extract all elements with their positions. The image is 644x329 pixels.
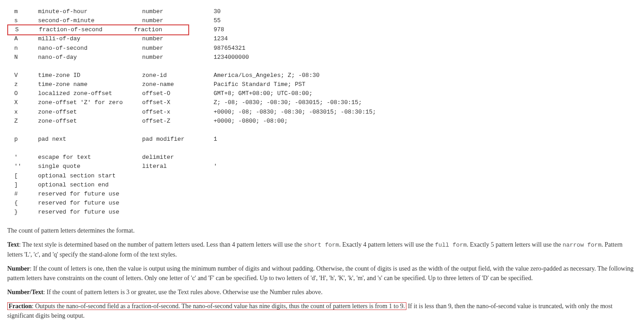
col-example: 1 bbox=[214, 135, 217, 144]
col-example: 55 bbox=[214, 16, 221, 25]
col-meaning: single quote bbox=[38, 162, 142, 171]
table-row: Xzone-offset 'Z' for zerooffset-XZ; -08;… bbox=[7, 98, 637, 107]
table-row: mminute-of-hournumber30 bbox=[7, 7, 637, 16]
col-type: fraction bbox=[134, 25, 162, 34]
col-symbol: s bbox=[7, 16, 38, 25]
table-row: [optional section start bbox=[7, 172, 637, 181]
table-row: Nnano-of-daynumber1234000000 bbox=[7, 53, 637, 62]
text-rule-paragraph: Text: The text style is determined based… bbox=[7, 240, 637, 259]
col-symbol: Z bbox=[7, 117, 38, 126]
col-type: delimiter bbox=[142, 153, 214, 162]
col-example: +0000; -0800; -08:00; bbox=[214, 117, 288, 126]
col-type: number bbox=[142, 44, 214, 53]
number-rule-paragraph: Number: If the count of letters is one, … bbox=[7, 264, 637, 283]
col-example: 987654321 bbox=[214, 44, 245, 53]
col-type: offset-X bbox=[142, 98, 214, 107]
col-type: offset-O bbox=[142, 89, 214, 98]
col-meaning: pad next bbox=[38, 135, 142, 144]
col-meaning: escape for text bbox=[38, 153, 142, 162]
col-meaning: second-of-minute bbox=[38, 16, 142, 25]
col-meaning: reserved for future use bbox=[38, 208, 142, 217]
col-symbol: V bbox=[7, 71, 38, 80]
col-meaning: zone-offset bbox=[38, 117, 142, 126]
col-example: 1234 bbox=[214, 34, 228, 43]
col-symbol: m bbox=[7, 7, 38, 16]
intro-paragraph: The count of pattern letters determines … bbox=[7, 226, 637, 235]
table-row: {reserved for future use bbox=[7, 199, 637, 208]
col-type: zone-name bbox=[142, 80, 214, 89]
col-symbol: z bbox=[7, 80, 38, 89]
col-example: America/Los_Angeles; Z; -08:30 bbox=[214, 71, 320, 80]
table-row: Amilli-of-daynumber1234 bbox=[7, 34, 637, 43]
col-symbol: A bbox=[7, 34, 38, 43]
col-type: literal bbox=[142, 162, 214, 171]
col-type: pad modifier bbox=[142, 135, 214, 144]
col-meaning: fraction-of-second bbox=[39, 25, 134, 34]
table-row bbox=[7, 126, 637, 135]
col-symbol: [ bbox=[7, 172, 38, 181]
col-meaning: reserved for future use bbox=[38, 190, 142, 199]
col-example: ' bbox=[214, 162, 217, 171]
col-meaning: nano-of-second bbox=[38, 44, 142, 53]
table-row: ztime-zone namezone-namePacific Standard… bbox=[7, 80, 637, 89]
col-example: +0000; -08; -0830; -08:30; -083015; -08:… bbox=[214, 108, 376, 117]
number-label: Number bbox=[7, 265, 30, 272]
col-symbol: ] bbox=[7, 181, 38, 190]
col-symbol: } bbox=[7, 208, 38, 217]
table-row: ''single quoteliteral' bbox=[7, 162, 637, 171]
table-row: }reserved for future use bbox=[7, 208, 637, 217]
col-meaning: zone-offset bbox=[38, 108, 142, 117]
col-meaning: minute-of-hour bbox=[38, 7, 142, 16]
table-row: nnano-of-secondnumber987654321 bbox=[7, 44, 637, 53]
highlighted-row: Sfraction-of-secondfraction bbox=[7, 24, 189, 35]
numtext-label: Number/Text bbox=[7, 289, 43, 296]
table-row: Sfraction-of-secondfraction978 bbox=[7, 25, 637, 34]
col-type: number bbox=[142, 34, 214, 43]
table-row: Vtime-zone IDzone-idAmerica/Los_Angeles;… bbox=[7, 71, 637, 80]
col-type: offset-Z bbox=[142, 117, 214, 126]
col-symbol: # bbox=[7, 190, 38, 199]
col-example: GMT+8; GMT+08:00; UTC-08:00; bbox=[214, 89, 312, 98]
col-meaning: time-zone name bbox=[38, 80, 142, 89]
col-meaning: milli-of-day bbox=[38, 34, 142, 43]
table-row: xzone-offsetoffset-x+0000; -08; -0830; -… bbox=[7, 108, 637, 117]
col-example: 30 bbox=[214, 7, 221, 16]
col-meaning: optional section start bbox=[38, 172, 142, 181]
col-symbol: ' bbox=[7, 153, 38, 162]
col-symbol: N bbox=[7, 53, 38, 62]
col-symbol: { bbox=[7, 199, 38, 208]
col-meaning: localized zone-offset bbox=[38, 89, 142, 98]
col-meaning: optional section end bbox=[38, 181, 142, 190]
col-example: 1234000000 bbox=[214, 53, 249, 62]
table-row: Zzone-offsetoffset-Z+0000; -0800; -08:00… bbox=[7, 117, 637, 126]
col-type: offset-x bbox=[142, 108, 214, 117]
number-text-rule-paragraph: Number/Text: If the count of pattern let… bbox=[7, 287, 637, 297]
pattern-table: mminute-of-hournumber30 ssecond-of-minut… bbox=[7, 7, 637, 217]
table-row: #reserved for future use bbox=[7, 190, 637, 199]
col-example: Pacific Standard Time; PST bbox=[214, 80, 305, 89]
col-example: 978 bbox=[214, 25, 224, 34]
col-symbol: O bbox=[7, 89, 38, 98]
table-row bbox=[7, 62, 637, 71]
col-meaning: nano-of-day bbox=[38, 53, 142, 62]
narrow-form-link[interactable]: narrow form bbox=[563, 242, 601, 248]
col-meaning: reserved for future use bbox=[38, 199, 142, 208]
fraction-rule-paragraph: Fraction: Outputs the nano-of-second fie… bbox=[7, 301, 637, 320]
table-row: ssecond-of-minutenumber55 bbox=[7, 16, 637, 25]
col-symbol: '' bbox=[7, 162, 38, 171]
col-type: number bbox=[142, 53, 214, 62]
col-example: Z; -08; -0830; -08:30; -083015; -08:30:1… bbox=[214, 98, 362, 107]
full-form-link[interactable]: full form bbox=[435, 242, 467, 248]
text-label: Text bbox=[7, 241, 19, 248]
col-type: zone-id bbox=[142, 71, 214, 80]
table-row bbox=[7, 144, 637, 153]
col-symbol: x bbox=[7, 108, 38, 117]
table-row: ppad nextpad modifier1 bbox=[7, 135, 637, 144]
col-meaning: time-zone ID bbox=[38, 71, 142, 80]
col-symbol: p bbox=[7, 135, 38, 144]
col-symbol: X bbox=[7, 98, 38, 107]
col-meaning: zone-offset 'Z' for zero bbox=[38, 98, 142, 107]
col-symbol: n bbox=[7, 44, 38, 53]
short-form-link[interactable]: short form bbox=[304, 242, 339, 248]
table-row: 'escape for textdelimiter bbox=[7, 153, 637, 162]
